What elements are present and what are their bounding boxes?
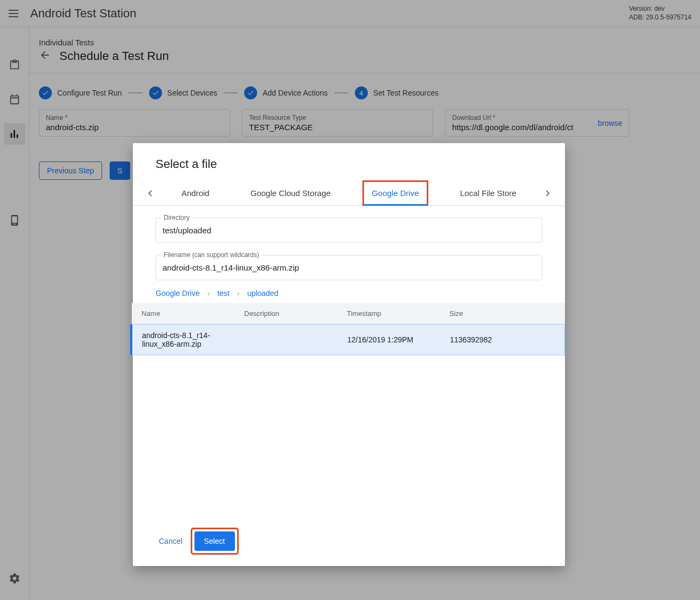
directory-input[interactable] bbox=[156, 218, 542, 242]
dialog-title: Select a file bbox=[156, 157, 542, 171]
file-table: Name Description Timestamp Size android-… bbox=[156, 303, 542, 355]
breadcrumb-link[interactable]: uploaded bbox=[247, 289, 279, 298]
tab-local-file-store[interactable]: Local File Store bbox=[452, 181, 525, 205]
dialog-tabs: Android Google Cloud Storage Google Driv… bbox=[161, 181, 537, 205]
tab-android[interactable]: Android bbox=[173, 181, 218, 205]
col-timestamp: Timestamp bbox=[347, 309, 449, 318]
tab-google-drive[interactable]: Google Drive bbox=[363, 181, 428, 205]
table-header: Name Description Timestamp Size bbox=[132, 303, 565, 324]
cell-name: android-cts-8.1_r14-linux_x86-arm.zip bbox=[142, 331, 245, 348]
filename-input[interactable] bbox=[156, 255, 542, 280]
select-file-dialog: Select a file Android Google Cloud Stora… bbox=[133, 143, 565, 566]
field-label: Filename (can support wildcards) bbox=[161, 251, 261, 259]
tab-gcs[interactable]: Google Cloud Storage bbox=[242, 181, 339, 205]
select-highlight: Select bbox=[192, 529, 237, 553]
col-name: Name bbox=[142, 309, 244, 318]
col-description: Description bbox=[244, 309, 347, 318]
select-button[interactable]: Select bbox=[194, 531, 235, 551]
tabs-prev-button[interactable] bbox=[139, 183, 161, 204]
col-size: Size bbox=[449, 309, 555, 318]
breadcrumb-link[interactable]: test bbox=[217, 289, 230, 298]
breadcrumb-link[interactable]: Google Drive bbox=[156, 289, 200, 298]
tabs-next-button[interactable] bbox=[537, 183, 558, 204]
field-label: Directory bbox=[161, 214, 192, 221]
chevron-right-icon: › bbox=[207, 289, 210, 298]
filename-field[interactable]: Filename (can support wildcards) bbox=[156, 255, 542, 280]
table-row[interactable]: android-cts-8.1_r14-linux_x86-arm.zip 12… bbox=[130, 324, 565, 355]
cell-size: 1136392982 bbox=[450, 335, 555, 344]
chevron-right-icon: › bbox=[237, 289, 240, 298]
cancel-button[interactable]: Cancel bbox=[156, 532, 186, 550]
directory-field[interactable]: Directory bbox=[156, 218, 542, 243]
cell-timestamp: 12/16/2019 1:29PM bbox=[347, 335, 450, 344]
path-breadcrumbs: Google Drive › test › uploaded bbox=[156, 289, 542, 298]
